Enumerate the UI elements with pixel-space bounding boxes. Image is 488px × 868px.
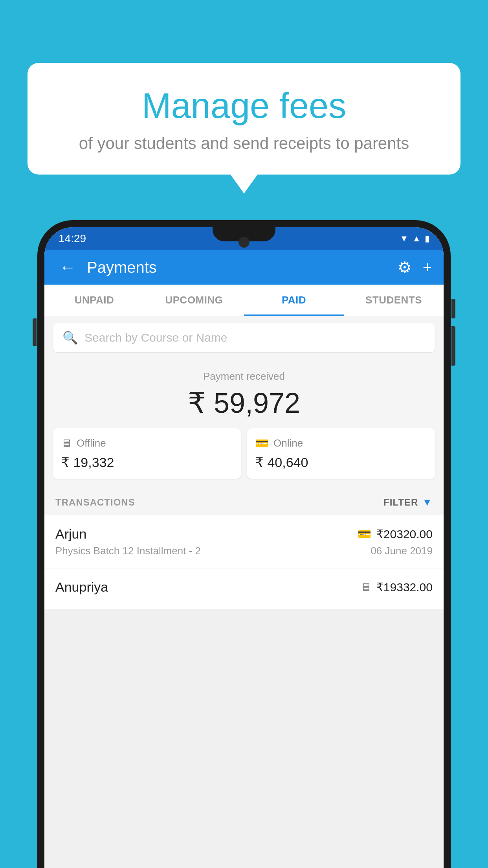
payment-summary: Payment received ₹ 59,972 🖥 Offline ₹ 19… [44, 359, 444, 487]
transaction-amount: ₹20320.00 [376, 527, 433, 541]
payment-cards: 🖥 Offline ₹ 19,332 💳 Online ₹ 40,640 [53, 428, 435, 479]
speech-bubble: Manage fees of your students and send re… [28, 63, 460, 175]
transactions-header: TRANSACTIONS FILTER ▼ [44, 487, 444, 515]
speech-bubble-title: Manage fees [51, 86, 437, 125]
offline-card: 🖥 Offline ₹ 19,332 [53, 428, 241, 479]
app-bar-actions: ⚙ + [398, 258, 432, 276]
online-card-header: 💳 Online [255, 437, 427, 450]
back-button[interactable]: ← [56, 256, 79, 279]
tab-upcoming[interactable]: UPCOMING [144, 285, 244, 316]
transaction-row-bottom: Physics Batch 12 Installment - 2 06 June… [55, 545, 433, 557]
side-button-right-top [451, 299, 455, 318]
offline-icon: 🖥 [61, 437, 72, 450]
payment-total-amount: ₹ 59,972 [53, 386, 435, 419]
online-card: 💳 Online ₹ 40,640 [247, 428, 435, 479]
transaction-item[interactable]: Anupriya 🖥 ₹19332.00 [44, 568, 444, 609]
transaction-date: 06 June 2019 [371, 545, 433, 557]
offline-amount: ₹ 19,332 [61, 454, 233, 470]
offline-label: Offline [77, 437, 106, 449]
tabs: UNPAID UPCOMING PAID STUDENTS [44, 285, 444, 316]
phone-container: 14:29 ▼ ▲ ▮ ← Payments ⚙ + UNPAID UPCO [37, 220, 451, 868]
add-button[interactable]: + [423, 259, 432, 276]
online-label: Online [273, 437, 303, 449]
offline-card-header: 🖥 Offline [61, 437, 233, 450]
transactions-label: TRANSACTIONS [55, 497, 135, 508]
transaction-item[interactable]: Arjun 💳 ₹20320.00 Physics Batch 12 Insta… [44, 515, 444, 568]
speech-bubble-subtitle: of your students and send receipts to pa… [51, 134, 437, 153]
tab-paid[interactable]: PAID [244, 285, 344, 316]
search-icon: 🔍 [62, 330, 78, 345]
transaction-name: Arjun [55, 526, 86, 542]
transaction-mode-icon-offline: 🖥 [360, 581, 371, 594]
filter-button[interactable]: FILTER ▼ [383, 496, 433, 508]
payment-received-label: Payment received [53, 370, 435, 383]
status-icons: ▼ ▲ ▮ [400, 234, 429, 244]
transaction-row-top: Arjun 💳 ₹20320.00 [55, 526, 433, 542]
transaction-amount: ₹19332.00 [376, 580, 433, 594]
search-container: 🔍 Search by Course or Name [44, 316, 444, 359]
transaction-mode-icon-online: 💳 [358, 528, 371, 541]
status-time: 14:29 [59, 232, 86, 245]
phone-screen: 14:29 ▼ ▲ ▮ ← Payments ⚙ + UNPAID UPCO [44, 227, 444, 868]
camera-notch [238, 237, 250, 248]
tab-students[interactable]: STUDENTS [344, 285, 444, 316]
side-button-left [33, 318, 37, 346]
signal-icon: ▲ [412, 234, 421, 244]
transaction-amount-container: 🖥 ₹19332.00 [360, 580, 433, 594]
online-icon: 💳 [255, 437, 269, 450]
filter-icon: ▼ [422, 496, 433, 508]
online-amount: ₹ 40,640 [255, 454, 427, 470]
phone-outer: 14:29 ▼ ▲ ▮ ← Payments ⚙ + UNPAID UPCO [37, 220, 451, 868]
transaction-description: Physics Batch 12 Installment - 2 [55, 545, 201, 557]
transaction-row-top: Anupriya 🖥 ₹19332.00 [55, 579, 433, 595]
transaction-name: Anupriya [55, 579, 108, 595]
app-bar: ← Payments ⚙ + [44, 250, 444, 285]
filter-label: FILTER [383, 497, 418, 508]
search-bar[interactable]: 🔍 Search by Course or Name [53, 323, 435, 352]
transaction-amount-container: 💳 ₹20320.00 [358, 527, 433, 541]
battery-icon: ▮ [425, 234, 429, 244]
settings-button[interactable]: ⚙ [398, 258, 412, 276]
search-input[interactable]: Search by Course or Name [84, 331, 227, 344]
speech-bubble-container: Manage fees of your students and send re… [28, 63, 460, 175]
transaction-list: Arjun 💳 ₹20320.00 Physics Batch 12 Insta… [44, 515, 444, 609]
tab-unpaid[interactable]: UNPAID [44, 285, 144, 316]
app-bar-title: Payments [87, 259, 390, 276]
side-button-right-bottom [451, 326, 455, 366]
phone-notch [213, 227, 275, 241]
wifi-icon: ▼ [400, 234, 408, 244]
